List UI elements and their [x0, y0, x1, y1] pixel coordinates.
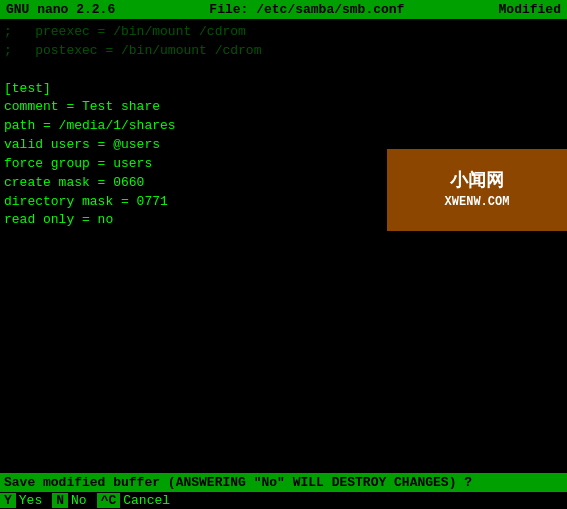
line-5: comment = Test share: [4, 98, 563, 117]
line-empty-9: [4, 381, 563, 400]
line-6: path = /media/1/shares: [4, 117, 563, 136]
line-empty-5: [4, 306, 563, 325]
shortcut-bar: Y Yes N No ^C Cancel: [0, 492, 567, 509]
line-empty-2: [4, 249, 563, 268]
shortcut-key-no: N: [52, 493, 68, 508]
app-name: GNU nano 2.2.6: [6, 2, 115, 17]
line-empty-10: [4, 400, 563, 419]
line-empty-11: [4, 419, 563, 438]
shortcut-cancel[interactable]: ^C Cancel: [97, 493, 170, 508]
title-bar: GNU nano 2.2.6 File: /etc/samba/smb.conf…: [0, 0, 567, 19]
line-4: [test]: [4, 80, 563, 99]
shortcut-label-yes: Yes: [19, 493, 42, 508]
status-bar: Save modified buffer (ANSWERING "No" WIL…: [0, 473, 567, 492]
line-empty-4: [4, 287, 563, 306]
shortcut-key-yes: Y: [0, 493, 16, 508]
shortcut-label-no: No: [71, 493, 87, 508]
line-empty-1: [4, 230, 563, 249]
line-empty-6: [4, 325, 563, 344]
shortcut-no[interactable]: N No: [52, 493, 86, 508]
shortcut-label-cancel: Cancel: [123, 493, 170, 508]
modified-status: Modified: [499, 2, 561, 17]
line-1: ; preexec = /bin/mount /cdrom: [4, 23, 563, 42]
shortcut-yes[interactable]: Y Yes: [0, 493, 42, 508]
line-2: ; postexec = /bin/umount /cdrom: [4, 42, 563, 61]
status-prompt: Save modified buffer (ANSWERING "No" WIL…: [4, 475, 472, 490]
line-empty-12: [4, 438, 563, 457]
watermark: 小闻网 XWENW.COM: [387, 149, 567, 231]
file-info: File: /etc/samba/smb.conf: [209, 2, 404, 17]
line-empty-3: [4, 268, 563, 287]
line-empty-7: [4, 343, 563, 362]
line-3: [4, 61, 563, 80]
shortcut-key-cancel: ^C: [97, 493, 121, 508]
terminal: GNU nano 2.2.6 File: /etc/samba/smb.conf…: [0, 0, 567, 509]
line-empty-8: [4, 362, 563, 381]
main-content: ; preexec = /bin/mount /cdrom ; postexec…: [0, 19, 567, 473]
